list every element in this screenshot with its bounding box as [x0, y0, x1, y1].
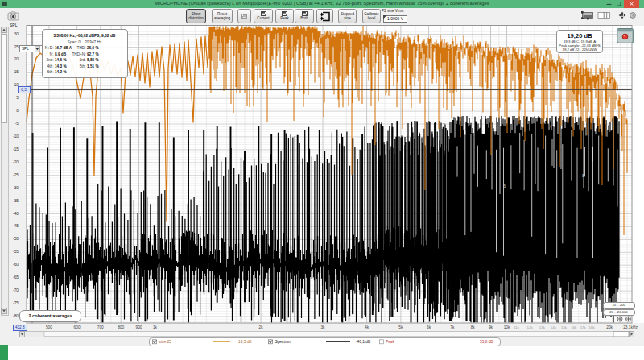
svg-text:2: 2 [443, 122, 445, 127]
svg-text:8: 8 [582, 173, 584, 178]
svg-text:19,5 dB: 19,5 dB [238, 340, 252, 344]
svg-text:4: 4 [548, 124, 551, 129]
svg-text:sine 25: sine 25 [159, 340, 172, 344]
svg-text:55,8 dB: 55,8 dB [480, 340, 493, 344]
svg-text:Peak: Peak [386, 340, 395, 344]
svg-text:6: 6 [608, 125, 610, 130]
svg-text:Spectrum: Spectrum [275, 340, 292, 344]
svg-text:-46,1 dB: -46,1 dB [356, 340, 370, 344]
svg-text:6: 6 [503, 184, 506, 188]
